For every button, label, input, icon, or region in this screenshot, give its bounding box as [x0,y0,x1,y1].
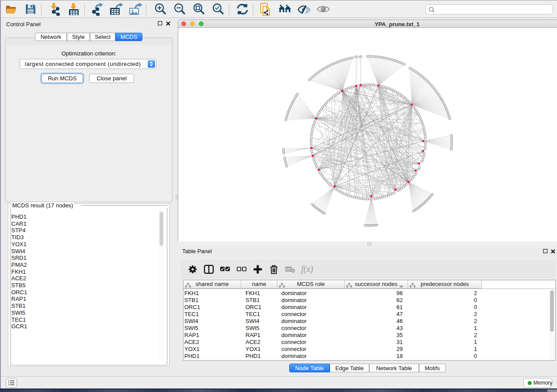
svg-text:f(x): f(x) [301,264,313,274]
